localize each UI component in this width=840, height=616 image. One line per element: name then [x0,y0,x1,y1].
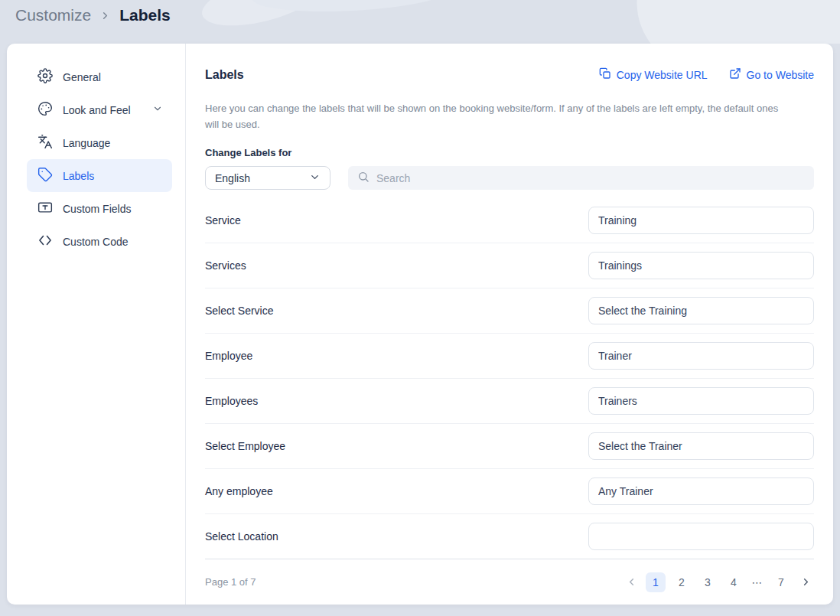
change-labels-for-label: Change Labels for [205,147,814,158]
copy-icon [599,67,611,82]
search-input[interactable] [376,172,805,184]
row-label: Service [205,214,241,227]
services-label-input[interactable] [588,252,814,279]
language-select-value: English [215,172,250,184]
sidebar-item-labels[interactable]: Labels [27,159,172,192]
chevron-right-icon[interactable] [797,572,814,592]
search-icon [357,171,370,186]
panel-description: Here you can change the labels that will… [205,100,794,132]
translate-icon [37,134,53,152]
sidebar-item-look-and-feel[interactable]: Look and Feel [27,93,172,126]
row-label: Any employee [205,485,273,497]
breadcrumb-customize[interactable]: Customize [15,6,91,24]
chevron-down-icon [152,103,163,116]
copy-website-url-label: Copy Website URL [617,69,708,81]
row-label: Services [205,259,246,272]
go-to-website-button[interactable]: Go to Website [729,67,814,82]
settings-card: General Look and Feel Language Labels Cu… [7,44,833,605]
sidebar-item-label: Labels [63,170,94,182]
label-row-employees: Employees [205,379,814,424]
sidebar-item-label: Custom Fields [63,203,131,215]
language-select[interactable]: English [205,166,330,190]
sidebar-item-label: Custom Code [63,236,129,248]
page-ellipsis[interactable]: ⋯ [750,576,765,588]
label-rows: Service Services Select Service Employee… [205,198,814,559]
sidebar-item-label: Language [63,137,110,149]
sidebar-item-label: General [63,71,101,83]
text-field-icon [37,200,53,217]
label-row-select-location: Select Location [205,514,814,559]
employees-label-input[interactable] [588,387,814,415]
sidebar-item-general[interactable]: General [27,60,172,93]
chevron-left-icon[interactable] [623,572,640,592]
row-label: Select Employee [205,440,285,452]
breadcrumb-labels: Labels [119,6,171,24]
pagination-bar: Page 1 of 7 1 2 3 4 ⋯ 7 [205,559,814,605]
label-row-select-service: Select Service [205,288,814,334]
code-icon [37,233,53,250]
labels-panel: Labels Copy Website URL Go to Website He… [186,44,833,605]
sidebar-item-custom-fields[interactable]: Custom Fields [27,192,172,225]
page-number-2[interactable]: 2 [672,572,692,592]
chevron-down-icon [309,171,321,185]
sidebar-item-label: Look and Feel [63,104,131,116]
decorative-blob [610,0,840,44]
page-title: Labels [205,68,244,82]
customize-sidebar: General Look and Feel Language Labels Cu… [7,44,186,605]
page-number-4[interactable]: 4 [724,572,744,592]
select-employee-label-input[interactable] [588,432,814,460]
service-label-input[interactable] [588,207,814,234]
page-number-7[interactable]: 7 [771,572,791,592]
sidebar-item-language[interactable]: Language [27,126,172,159]
select-location-label-input[interactable] [588,523,814,550]
employee-label-input[interactable] [588,342,814,370]
row-label: Select Location [205,530,278,543]
palette-icon [37,101,53,119]
page-number-1[interactable]: 1 [646,572,666,592]
select-service-label-input[interactable] [588,297,814,324]
label-row-services: Services [205,243,814,288]
any-employee-label-input[interactable] [588,477,814,505]
chevron-right-icon [99,10,111,21]
row-label: Select Service [205,305,273,317]
label-row-any-employee: Any employee [205,469,814,514]
external-link-icon [729,67,741,82]
row-label: Employees [205,395,258,407]
breadcrumb: Customize Labels [15,6,171,24]
row-label: Employee [205,350,252,362]
label-row-employee: Employee [205,334,814,379]
page-number-3[interactable]: 3 [698,572,718,592]
label-row-service: Service [205,198,814,243]
copy-website-url-button[interactable]: Copy Website URL [599,67,708,82]
gear-icon [37,68,53,86]
search-bar [348,166,814,190]
pager: 1 2 3 4 ⋯ 7 [623,572,814,592]
go-to-website-label: Go to Website [747,69,814,81]
sidebar-item-custom-code[interactable]: Custom Code [27,225,172,258]
top-bar: Customize Labels [0,0,840,44]
tag-icon [37,167,53,184]
label-row-select-employee: Select Employee [205,424,814,469]
page-summary: Page 1 of 7 [205,576,256,588]
